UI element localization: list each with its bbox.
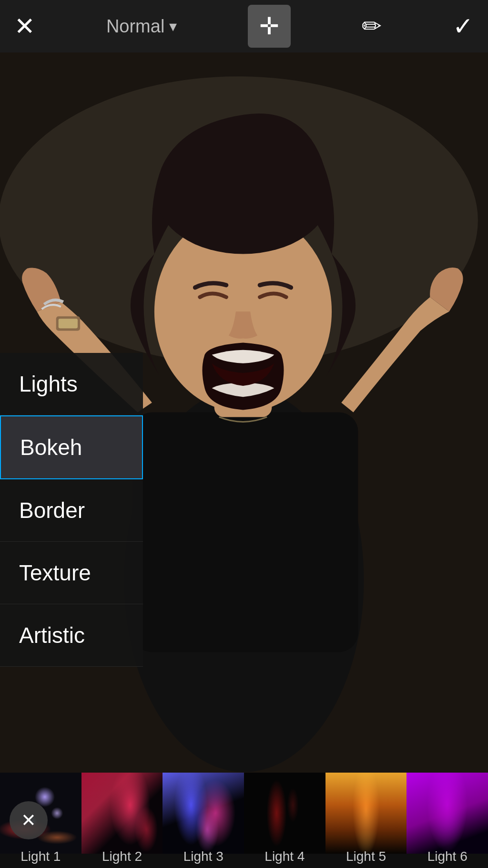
filter-item-light6[interactable]: Light 6 — [407, 773, 488, 868]
left-menu: Lights Bokeh Border Texture Artistic — [0, 353, 143, 667]
filter-strip: ✕ Light 1 Light 2 Light 3 Light 4 Light … — [0, 773, 488, 868]
toolbar: ✕ Normal ▾ ✛ ✏ ✓ — [0, 0, 488, 52]
filter-item-light3[interactable]: Light 3 — [163, 773, 244, 868]
filter-item-light2[interactable]: Light 2 — [81, 773, 163, 868]
filter-label-light5: Light 5 — [325, 849, 407, 868]
photo-area[interactable]: Lights Bokeh Border Texture Artistic ✕ L… — [0, 52, 488, 868]
menu-item-artistic[interactable]: Artistic — [0, 604, 143, 667]
menu-item-border[interactable]: Border — [0, 479, 143, 542]
menu-item-bokeh[interactable]: Bokeh — [0, 415, 143, 479]
svg-rect-3 — [133, 412, 358, 652]
filter-thumb-light6 — [407, 773, 488, 854]
menu-item-texture[interactable]: Texture — [0, 542, 143, 604]
filter-thumb-light5 — [325, 773, 407, 854]
menu-item-lights[interactable]: Lights — [0, 353, 143, 415]
blend-mode-dropdown-icon: ▾ — [169, 17, 177, 35]
cancel-icon: ✕ — [21, 810, 36, 831]
confirm-button[interactable]: ✓ — [453, 14, 474, 39]
filter-thumb-light4 — [244, 773, 325, 854]
blend-mode-selector[interactable]: Normal ▾ — [106, 16, 177, 37]
filter-label-light6: Light 6 — [407, 849, 488, 868]
blend-mode-label: Normal — [106, 16, 164, 37]
filter-thumb-light3 — [163, 773, 244, 854]
move-tool-button[interactable]: ✛ — [248, 5, 291, 48]
filter-label-light4: Light 4 — [244, 849, 325, 868]
filter-item-light4[interactable]: Light 4 — [244, 773, 325, 868]
svg-rect-8 — [59, 319, 78, 328]
filter-thumb-light2 — [81, 773, 163, 854]
filter-label-light3: Light 3 — [163, 849, 244, 868]
cancel-filter-button[interactable]: ✕ — [10, 801, 48, 839]
close-button[interactable]: ✕ — [14, 14, 35, 39]
svg-point-6 — [157, 139, 329, 254]
filter-label-light1: Light 1 — [0, 849, 81, 868]
filter-item-light5[interactable]: Light 5 — [325, 773, 407, 868]
brush-button[interactable]: ✏ — [362, 14, 382, 38]
move-icon: ✛ — [259, 12, 279, 40]
filter-label-light2: Light 2 — [81, 849, 163, 868]
